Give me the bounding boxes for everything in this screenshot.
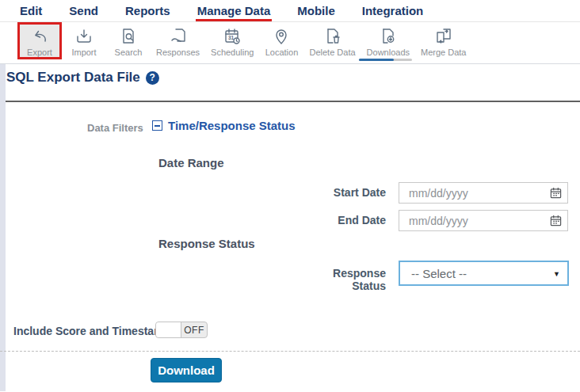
title-divider	[6, 101, 580, 102]
scheduling-icon: 31	[223, 26, 242, 47]
annotation-red-underline	[196, 19, 273, 21]
nav-item-manage-data-label: Manage Data	[197, 4, 271, 17]
toolbar-item-import[interactable]: Import	[62, 22, 106, 59]
toolbar-item-label: Location	[265, 48, 299, 57]
toolbar-item-label: Downloads	[367, 48, 410, 57]
response-status-selected-value: -- Select --	[411, 267, 467, 280]
toolbar-item-responses[interactable]: Responses	[151, 22, 205, 59]
toolbar-item-label: Search	[115, 48, 143, 57]
data-filters-label: Data Filters	[87, 122, 143, 134]
toolbar-scrollbar-thumb[interactable]	[359, 59, 394, 61]
manage-data-toolbar: Export Import Search Responses 31 Schedu…	[0, 22, 580, 64]
page-title: SQL Export Data File	[6, 70, 140, 86]
nav-item-edit[interactable]: Edit	[20, 4, 42, 17]
end-date-input[interactable]	[399, 210, 568, 231]
toggle-knob	[156, 322, 181, 337]
merge-data-icon	[434, 26, 453, 47]
toolbar-item-merge-data[interactable]: Merge Data	[415, 22, 471, 59]
location-icon	[272, 26, 291, 47]
responses-icon	[169, 26, 188, 47]
toolbar-item-downloads[interactable]: Downloads	[361, 22, 415, 59]
toolbar-scrollbar[interactable]	[359, 59, 412, 61]
toolbar-item-label: Delete Data	[309, 48, 355, 57]
nav-item-integration[interactable]: Integration	[362, 4, 424, 17]
search-icon	[119, 26, 138, 47]
date-range-section-label: Date Range	[158, 156, 224, 169]
downloads-icon	[379, 26, 398, 47]
sql-export-page: SQL Export Data File ? Data Filters Time…	[0, 64, 580, 391]
response-status-label: Response Status	[301, 267, 386, 292]
include-score-label: Include Score and Timestamp	[13, 325, 170, 337]
help-icon[interactable]: ?	[146, 71, 159, 85]
toolbar-item-export[interactable]: Export	[17, 22, 62, 59]
end-date-field	[399, 210, 568, 231]
toolbar-item-delete-data[interactable]: Delete Data	[303, 22, 361, 59]
start-date-input[interactable]	[399, 182, 568, 204]
filter-group-toggle[interactable]: Time/Response Status	[152, 119, 296, 132]
toolbar-item-scheduling[interactable]: 31 Scheduling	[205, 22, 259, 59]
include-score-toggle[interactable]: OFF	[155, 322, 208, 338]
calendar-icon[interactable]	[550, 187, 562, 202]
nav-item-send[interactable]: Send	[69, 4, 98, 17]
export-icon	[30, 26, 49, 47]
toolbar-item-label: Import	[71, 48, 96, 57]
toolbar-item-search[interactable]: Search	[106, 22, 151, 59]
footer-divider	[0, 351, 580, 352]
toolbar-item-label: Responses	[156, 48, 200, 57]
page-title-row: SQL Export Data File ?	[6, 70, 159, 86]
nav-item-reports[interactable]: Reports	[125, 4, 170, 17]
download-button[interactable]: Download	[151, 358, 222, 382]
filter-group-label: Time/Response Status	[168, 119, 296, 132]
start-date-label: Start Date	[301, 186, 386, 199]
response-status-select[interactable]: -- Select -- ▼	[399, 261, 569, 286]
toolbar-item-location[interactable]: Location	[259, 22, 303, 59]
toggle-state-label: OFF	[181, 322, 207, 337]
nav-item-manage-data[interactable]: Manage Data	[197, 4, 271, 17]
start-date-field	[399, 182, 568, 204]
collapse-icon[interactable]	[152, 120, 162, 131]
end-date-label: End Date	[301, 214, 386, 226]
import-icon	[74, 26, 93, 47]
left-rail-divider	[0, 64, 6, 391]
calendar-icon[interactable]	[550, 215, 562, 230]
nav-item-mobile[interactable]: Mobile	[297, 4, 335, 17]
svg-text:31: 31	[228, 35, 235, 40]
toolbar-item-label: Merge Data	[421, 48, 466, 57]
chevron-down-icon: ▼	[553, 270, 560, 278]
response-status-section-label: Response Status	[158, 237, 255, 250]
delete-data-icon	[323, 26, 342, 47]
toolbar-item-label: Export	[27, 48, 52, 57]
toolbar-item-label: Scheduling	[211, 48, 254, 57]
top-nav: Edit Send Reports Manage Data Mobile Int…	[0, 0, 580, 22]
